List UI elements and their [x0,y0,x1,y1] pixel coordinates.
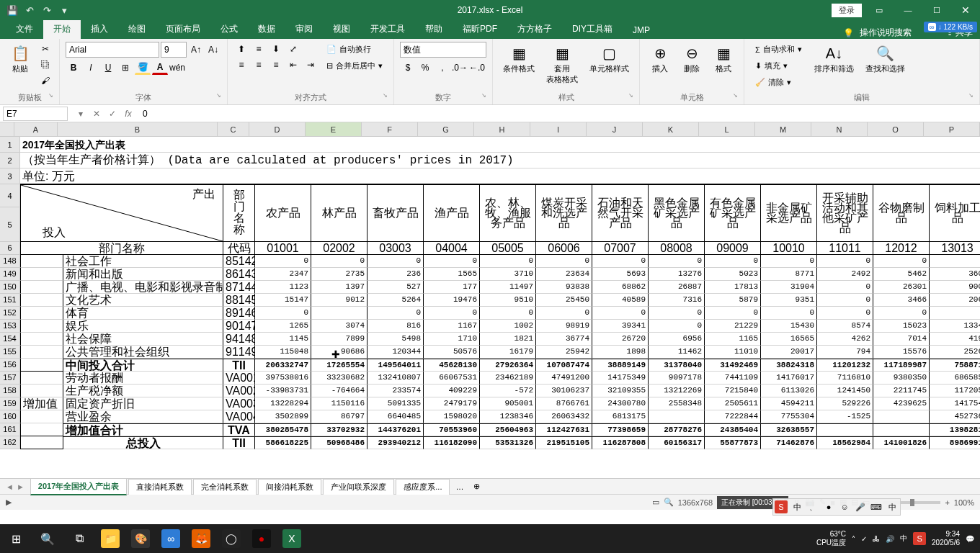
maximize-icon[interactable]: ☐ [922,0,951,20]
cell[interactable]: 15430 [761,320,817,333]
cell[interactable] [20,268,63,281]
sogou-logo-icon[interactable]: S [775,500,788,513]
cell[interactable]: 24385404 [705,423,761,436]
cell[interactable] [873,423,930,436]
cell[interactable]: 360 [930,268,980,281]
cell[interactable]: 1821 [480,333,536,346]
orientation-icon[interactable]: ⤢ [285,42,301,56]
cell[interactable]: 代码 [223,242,255,255]
cell[interactable]: 02002 [311,242,368,255]
taskbar-app-firefox[interactable]: 🦊 [186,524,216,553]
row-header[interactable]: 151 [0,294,20,307]
cell[interactable]: 27926364 [480,359,536,372]
cell[interactable]: 1145 [255,333,311,346]
cell[interactable]: 17265554 [311,359,368,372]
cell[interactable]: 1167 [424,320,480,333]
align-bottom-icon[interactable]: ⬇ [268,42,284,56]
row-header[interactable]: 159 [0,397,20,410]
col-header-O[interactable]: O [868,122,924,136]
font-size-combo[interactable]: 9 [161,42,187,58]
cell[interactable]: 0 [761,307,817,320]
cell[interactable]: 增加值 [20,397,63,410]
cell[interactable] [20,385,63,397]
cell[interactable]: 增加值合计 [63,423,223,436]
tray-up-icon[interactable]: ˄ [852,535,855,543]
cell[interactable]: 758871 [930,359,980,372]
sheet-more-icon[interactable]: … [451,482,468,491]
cell[interactable]: 26887 [649,281,705,294]
cell[interactable] [930,307,980,320]
cell[interactable]: 单位: 万元 [20,168,980,184]
cell[interactable]: 1265 [255,320,311,333]
row-header[interactable]: 152 [0,307,20,320]
col-header-P[interactable]: P [924,122,980,136]
cell[interactable]: 4262 [817,333,873,346]
cell[interactable]: -1525 [817,410,873,423]
cell[interactable]: 1002 [480,320,536,333]
sheet-tab-3[interactable]: 间接消耗系数 [258,479,321,495]
cell[interactable] [20,307,63,320]
col-header-H[interactable]: H [474,122,530,136]
cell[interactable]: TII [223,436,255,449]
col-header-M[interactable]: M [755,122,811,136]
cell[interactable]: 816 [368,320,424,333]
cell[interactable]: 90147 [223,320,255,333]
cell[interactable]: 5264 [368,294,424,307]
cell[interactable]: 03003 [368,242,424,255]
cell[interactable]: 7215840 [705,385,761,397]
cell[interactable]: 社会保障 [63,333,223,346]
cell[interactable]: 686585 [930,372,980,385]
cell[interactable]: 6113026 [761,385,817,397]
cell[interactable]: 体育 [63,307,223,320]
cell[interactable]: 5462 [873,268,930,281]
cell[interactable]: 2479179 [424,397,480,410]
cell[interactable]: 非金属矿采选产品 [761,184,817,242]
cell[interactable]: 8574 [817,320,873,333]
cell[interactable]: 0 [480,255,536,268]
delete-cells-button[interactable]: ⊖删除 [677,42,706,76]
cell[interactable]: 380285478 [255,423,311,436]
cell[interactable]: 94148 [223,333,255,346]
cell[interactable]: 16179 [480,346,536,359]
cell[interactable]: 5023 [705,268,761,281]
cell[interactable]: 8766761 [536,397,592,410]
cell[interactable]: 132410807 [368,372,424,385]
col-header-C[interactable]: C [218,122,249,136]
row-header[interactable]: 158 [0,385,20,397]
row-header[interactable]: 153 [0,320,20,333]
sheet-tab-5[interactable]: 感应度系... [396,479,450,495]
cell[interactable]: 1150116 [311,397,368,410]
cell[interactable]: 25942 [536,346,592,359]
cell[interactable]: 1123 [255,281,311,294]
col-header-L[interactable]: L [699,122,755,136]
tray-sound-icon[interactable]: 🔊 [886,535,894,543]
cell[interactable]: VA002 [223,385,255,397]
cell[interactable]: 5693 [592,268,649,281]
cell[interactable]: 广播、电视、电影和影视录音制作 [63,281,223,294]
cell[interactable]: 14175349 [592,372,649,385]
name-box[interactable]: E7 [3,107,68,121]
cell[interactable]: 2347 [255,268,311,281]
cell[interactable]: VA004 [223,410,255,423]
cell[interactable]: 31492469 [705,359,761,372]
cell[interactable]: 15576 [873,346,930,359]
cancel-icon[interactable]: ✕ [89,107,104,121]
cell[interactable]: 206 [930,294,980,307]
cell[interactable]: 11497 [480,281,536,294]
cell[interactable]: 12012 [873,242,930,255]
cell[interactable]: VA001 [223,372,255,385]
cell[interactable]: 06006 [536,242,592,255]
cell[interactable]: 公共管理和社会组织 [63,346,223,359]
cell[interactable]: 88145 [223,294,255,307]
cell[interactable]: 117205 [930,385,980,397]
cell[interactable]: 71462876 [761,436,817,449]
cell[interactable]: 0 [536,255,592,268]
cell[interactable]: 87144 [223,281,255,294]
notifications-icon[interactable]: 💬 [966,535,974,543]
border-icon[interactable]: ⊞ [117,60,133,75]
cell[interactable]: 40589 [592,294,649,307]
cell[interactable]: 24300780 [592,397,649,410]
taskbar-app-baidu[interactable]: ∞ [156,524,186,553]
cell[interactable]: 26063432 [536,410,592,423]
search-icon[interactable]: 🔍 [32,524,63,553]
